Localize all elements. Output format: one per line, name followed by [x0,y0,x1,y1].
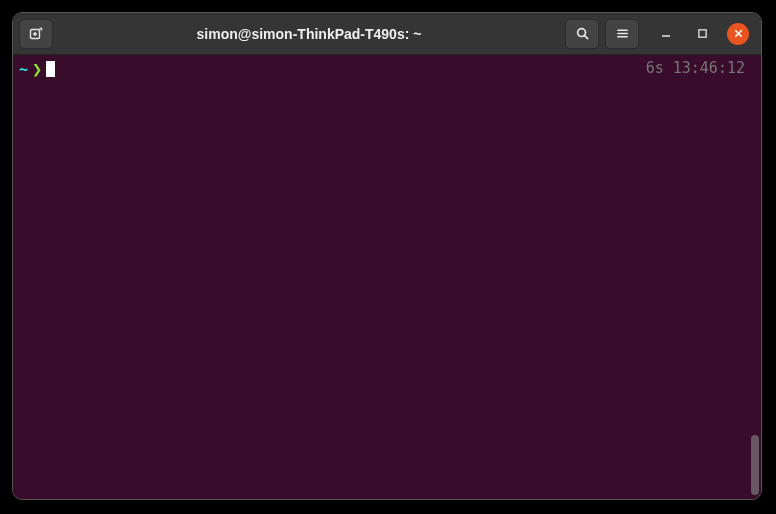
search-button[interactable] [565,19,599,49]
new-tab-icon [28,26,44,42]
prompt-line: ~ ❯ [19,59,755,77]
minimize-button[interactable] [655,23,677,45]
scrollbar-thumb[interactable] [751,435,759,495]
svg-line-4 [584,36,587,39]
close-button[interactable] [727,23,749,45]
prompt-cwd: ~ [19,61,32,79]
window-controls [645,23,755,45]
cursor [46,61,55,77]
new-tab-button[interactable] [19,19,53,49]
prompt-arrow: ❯ [32,60,46,78]
terminal-viewport[interactable]: 6s 13:46:12 ~ ❯ [13,55,761,499]
window-title: simon@simon-ThinkPad-T490s: ~ [59,26,559,42]
scrollbar[interactable] [749,59,759,495]
terminal-window: simon@simon-ThinkPad-T490s: ~ [12,12,762,500]
close-icon [733,28,744,39]
titlebar: simon@simon-ThinkPad-T490s: ~ [13,13,761,55]
maximize-icon [697,28,708,39]
minimize-icon [660,28,672,40]
svg-rect-9 [698,30,705,37]
hamburger-menu-icon [615,26,630,41]
search-icon [575,26,590,41]
menu-button[interactable] [605,19,639,49]
maximize-button[interactable] [691,23,713,45]
